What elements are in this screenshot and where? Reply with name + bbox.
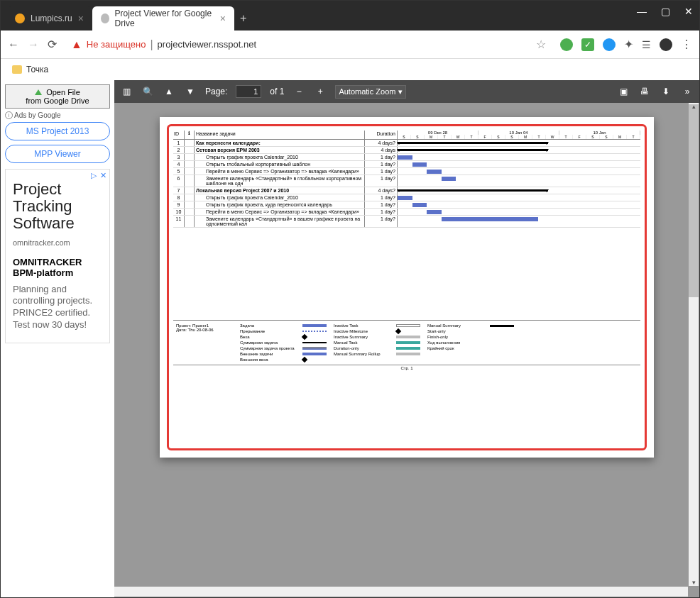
horizontal-scrollbar[interactable] [114, 587, 688, 597]
extension-icon[interactable] [560, 38, 573, 51]
page-up-icon[interactable]: ▲ [163, 85, 175, 98]
forward-button[interactable]: → [28, 38, 39, 51]
presentation-icon[interactable]: ▣ [617, 85, 630, 98]
ad-link-mpp-viewer[interactable]: MPP Viewer [5, 145, 110, 163]
bookmark-item[interactable]: Точка [26, 65, 48, 74]
info-icon[interactable]: i [5, 111, 13, 119]
print-icon[interactable]: 🖶 [638, 85, 651, 98]
highlight-border: ID ℹ Название задачи Duration 09 Dec 281… [167, 124, 647, 450]
pdf-canvas[interactable]: ID ℹ Название задачи Duration 09 Dec 281… [114, 103, 699, 597]
open-file-button[interactable]: Open File from Google Drive [5, 84, 110, 109]
tab-lumpics[interactable]: Lumpics.ru × [6, 6, 92, 31]
extension-icon[interactable] [603, 38, 616, 51]
url-text: projectviewer.nsspot.net [158, 39, 256, 50]
gantt-row: 7Локальная версия Project 2007 и 20104 d… [173, 187, 640, 194]
favicon-icon [15, 13, 25, 23]
search-icon[interactable]: 🔍 [141, 85, 154, 98]
col-header-info: ℹ [185, 131, 195, 139]
folder-icon [12, 65, 22, 74]
extensions-menu-icon[interactable]: ✦ [624, 38, 633, 51]
display-ad[interactable]: ▷ ✕ Project Tracking Software omnitracke… [5, 169, 110, 343]
reload-button[interactable]: ⟳ [48, 38, 57, 51]
page-footer: Стр. 1 [173, 365, 640, 370]
zoom-in-icon[interactable]: + [314, 85, 327, 98]
profile-avatar[interactable] [660, 38, 672, 51]
ad-subtitle: OMNITRACKER BPM-platform [13, 257, 102, 278]
ads-label: i Ads by Google [5, 111, 110, 119]
gantt-row: 3Открыть график проекта Calendar_20101 d… [173, 154, 640, 161]
security-status: Не защищено [87, 39, 146, 50]
pdf-viewer: ▥ 🔍 ▲ ▼ Page: of 1 − + Automatic Zoom ▾ … [114, 80, 699, 597]
zoom-out-icon[interactable]: − [292, 85, 305, 98]
page-total: of 1 [270, 87, 284, 96]
pdf-page: ID ℹ Название задачи Duration 09 Dec 281… [160, 117, 654, 458]
menu-icon[interactable]: ⋮ [681, 38, 692, 51]
bookmark-star-icon[interactable]: ☆ [536, 38, 546, 51]
close-window-icon[interactable]: ✕ [684, 6, 693, 17]
gantt-row: 6Замените календарь «Стандартный» в глоб… [173, 175, 640, 187]
vertical-scrollbar[interactable]: ▴ ▾ [689, 103, 699, 586]
url-input[interactable]: ▲ Не защищено | projectviewer.nsspot.net… [65, 35, 552, 54]
reading-list-icon[interactable]: ☰ [642, 39, 651, 50]
gantt-row: 4Открыть глобальный корпоративный шаблон… [173, 161, 640, 168]
page-number-input[interactable] [236, 85, 261, 98]
tools-icon[interactable]: » [681, 85, 694, 98]
ad-body: Planning and controlling projects. PRINC… [13, 284, 102, 332]
ad-link-ms-project[interactable]: MS Project 2013 [5, 122, 110, 140]
bookmarks-bar: Точка [1, 59, 699, 80]
ad-title: Project Tracking Software [13, 181, 102, 233]
back-button[interactable]: ← [8, 38, 19, 51]
tab-title: Project Viewer for Google Drive [115, 9, 214, 28]
sidebar-toggle-icon[interactable]: ▥ [120, 85, 133, 98]
drive-icon [35, 89, 42, 95]
gantt-row: 9Открыть график проекта, куда переноситс… [173, 201, 640, 209]
address-bar: ← → ⟳ ▲ Не защищено | projectviewer.nssp… [1, 31, 699, 59]
gantt-row: 2Сетевая версия EPM 20034 days [173, 147, 640, 154]
extension-icon[interactable]: ✓ [581, 38, 594, 51]
page-down-icon[interactable]: ▼ [184, 85, 197, 98]
col-header-name: Название задачи [195, 131, 365, 139]
warning-icon: ▲ [71, 38, 82, 51]
ad-info-icon[interactable]: ▷ [91, 171, 97, 180]
tab-project-viewer[interactable]: Project Viewer for Google Drive × [92, 6, 234, 31]
col-header-duration: Duration [365, 131, 398, 139]
tab-title: Lumpics.ru [31, 13, 72, 23]
close-icon[interactable]: × [220, 13, 226, 24]
gantt-row: 10Перейти в меню Сервис => Организатор =… [173, 209, 640, 216]
pdf-toolbar: ▥ 🔍 ▲ ▼ Page: of 1 − + Automatic Zoom ▾ … [114, 80, 699, 103]
gantt-row: 5Перейти в меню Сервис => Организатор =>… [173, 168, 640, 175]
col-header-id: ID [173, 131, 185, 139]
close-icon[interactable]: × [78, 13, 84, 24]
minimize-icon[interactable]: — [637, 6, 647, 17]
zoom-select[interactable]: Automatic Zoom ▾ [335, 85, 406, 99]
ad-close-icon[interactable]: ✕ [100, 171, 106, 180]
timeline-header: 09 Dec 2810 Jan 0410 Jan SSMTWTFSSMTWTFS… [398, 131, 640, 139]
page-label: Page: [205, 87, 227, 96]
left-sidebar: Open File from Google Drive i Ads by Goo… [1, 80, 114, 597]
gantt-row: 11Замените календарь «Стандартный» в ваш… [173, 216, 640, 228]
maximize-icon[interactable]: ▢ [661, 6, 670, 17]
chevron-down-icon: ▾ [398, 87, 403, 96]
gantt-row: 1Как перенести календари:4 days? [173, 140, 640, 147]
gantt-row: 8Открыть график проекта Calendar_20101 d… [173, 194, 640, 201]
favicon-icon [101, 13, 109, 23]
browser-tab-strip: Lumpics.ru × Project Viewer for Google D… [1, 1, 699, 31]
gantt-legend: Проект: Проект1 Дата: Thu 20-08-06 Задач… [173, 320, 640, 365]
ad-domain: omnitracker.com [13, 238, 102, 247]
gantt-chart: ID ℹ Название задачи Duration 09 Dec 281… [173, 131, 640, 370]
new-tab-button[interactable]: + [234, 6, 252, 31]
download-icon[interactable]: ⬇ [660, 85, 672, 98]
